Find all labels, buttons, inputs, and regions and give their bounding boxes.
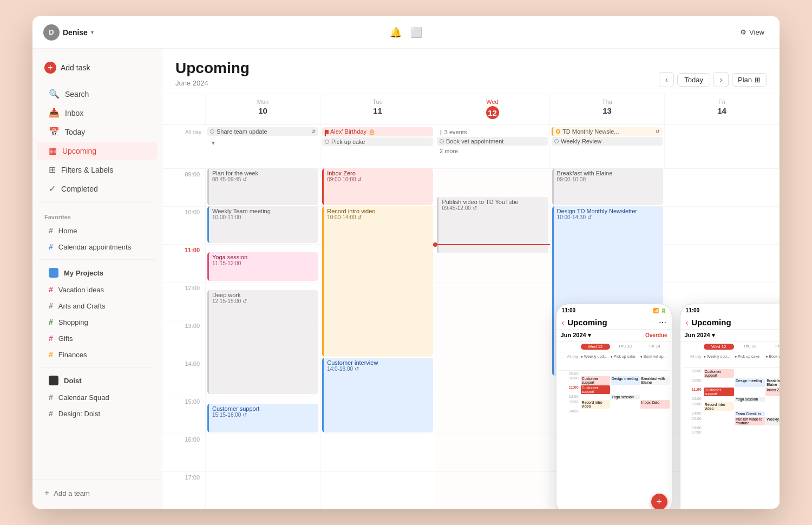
red-dot-icon: ▎ <box>325 130 329 134</box>
day-header-spacer <box>162 94 206 124</box>
completed-icon: ✓ <box>49 183 56 194</box>
mobile-screen-2: 11:00 📶 🔋 ‹ Upcoming ⋯ Jun 2024 ▾ <box>680 304 780 509</box>
sidebar-item-calendar-appointments[interactable]: # Calendar appointments <box>37 239 158 254</box>
hash-icon-calendar-appointments: # <box>49 242 53 251</box>
plan-layout-icon: ⊞ <box>755 76 761 84</box>
mobile2-12-label: 12:00 <box>683 397 703 402</box>
app-window: D Denise ▾ 🔔 ⬜ ⚙ View + Add task 🔍 <box>32 16 780 509</box>
customer-interview-event[interactable]: Customer interview 14:0-16:00 ↺ <box>322 358 433 432</box>
today-button[interactable]: Today <box>677 73 710 87</box>
weekly-team-meeting-event[interactable]: Weekly Team meeting 10:00-11:00 <box>207 206 318 243</box>
mon-collapse[interactable]: ▾ <box>207 137 318 149</box>
mobile2-17-thu <box>735 430 765 434</box>
sidebar-item-inbox[interactable]: 📥 Inbox <box>37 104 158 122</box>
sidebar-item-calendar-squad[interactable]: # Calendar Squad <box>37 390 158 405</box>
mobile2-17-fri <box>765 430 780 434</box>
sidebar-item-design-doist[interactable]: # Design: Doist <box>37 406 158 421</box>
sidebar-item-gifts[interactable]: # Gifts <box>37 331 158 346</box>
wed-more-events[interactable]: 2 more <box>437 147 548 155</box>
sidebar-item-completed[interactable]: ✓ Completed <box>37 180 158 198</box>
nav-next-button[interactable]: › <box>713 72 729 87</box>
finances-label: Finances <box>58 351 87 359</box>
publish-video-title: Publish video to TD YouTube <box>442 199 545 205</box>
mobile-month-2[interactable]: Jun 2024 ▾ <box>685 332 715 339</box>
add-task-label: Add task <box>61 63 90 72</box>
mobile-customer-support-11-wed: Customer support <box>581 385 610 394</box>
td-newsletter-title: TD Monthly Newsle... <box>562 128 619 135</box>
add-team-button[interactable]: + Add a team <box>32 484 162 502</box>
mobile-09-fri <box>640 372 670 376</box>
sidebar-item-upcoming[interactable]: ▦ Upcoming <box>37 142 158 160</box>
mobile-more-icon-1[interactable]: ⋯ <box>659 318 666 327</box>
sidebar-item-shopping[interactable]: # Shopping <box>37 314 158 330</box>
alex-birthday-title: Alex' Birthday 🎂 <box>330 128 376 135</box>
sidebar-item-search[interactable]: 🔍 Search <box>37 85 158 103</box>
mobile2-14-fri <box>765 411 780 416</box>
mobile-month-1[interactable]: Jun 2024 ▾ <box>561 332 591 339</box>
td-monthly-newsletter-event[interactable]: TD Monthly Newsle... ↺ <box>552 127 663 136</box>
mobile-back-icon-1[interactable]: ‹ <box>562 318 565 327</box>
hour-16-tue <box>320 434 435 471</box>
mobile-fab-1[interactable]: + <box>651 494 667 509</box>
pick-up-cake-event[interactable]: Pick up cake <box>322 137 433 146</box>
mobile2-14-wed <box>704 411 734 416</box>
mobile-subheader-1: Jun 2024 ▾ Overdue <box>556 330 672 342</box>
user-dropdown-chevron[interactable]: ▾ <box>91 29 94 35</box>
mobile-14-label: 14:00 <box>559 409 580 413</box>
inbox-zero-event[interactable]: Inbox Zero 09:00-10:00 ↺ <box>322 168 433 205</box>
time-13: 13:00 <box>162 320 205 358</box>
alex-birthday-event[interactable]: ▎ Alex' Birthday 🎂 <box>322 127 433 136</box>
weekly-review-allday-event[interactable]: Weekly Review <box>552 137 663 146</box>
notification-icon[interactable]: 🔔 <box>390 27 402 38</box>
book-vet-title: Book vet appointment <box>446 138 503 145</box>
day-col-tue: Inbox Zero 09:00-10:00 ↺ Record intro vi… <box>320 168 435 509</box>
mobile-12-wed <box>581 395 610 399</box>
breakfast-elaine-event[interactable]: Breakfast with Elaine 09:00-10:00 <box>552 168 663 205</box>
sidebar-item-finances[interactable]: # Finances <box>37 347 158 362</box>
mobile2-14-label: 14:00 <box>683 411 703 416</box>
home-label: Home <box>58 227 77 235</box>
weekly-team-time: 10:00-11:00 <box>212 214 315 220</box>
layout-icon[interactable]: ⬜ <box>410 27 422 38</box>
mobile2-allday-text: All day <box>683 355 703 368</box>
sidebar-item-vacation-ideas[interactable]: # Vacation ideas <box>37 282 158 297</box>
mobile2-15-wed <box>704 417 734 425</box>
inbox-zero-time: 09:00-10:00 ↺ <box>327 176 430 182</box>
sidebar-item-home[interactable]: # Home <box>37 223 158 238</box>
hour-09-fri <box>665 168 780 206</box>
nav-prev-button[interactable]: ‹ <box>659 72 674 87</box>
time-17: 17:00 <box>162 471 205 509</box>
customer-support-event[interactable]: Customer support 15:15-16:00 ↺ <box>207 404 318 432</box>
day-col-mon: Plan for the week 08:45-09:45 ↺ Weekly T… <box>206 168 320 509</box>
day-num-10: 10 <box>208 106 318 115</box>
share-team-update-title: Share team update <box>217 128 267 135</box>
sidebar-item-today[interactable]: 📅 Today <box>37 123 158 141</box>
mobile2-16-fri <box>765 426 780 430</box>
mobile-10-label: 10:00 <box>559 376 580 385</box>
deep-work-event[interactable]: Deep work 12:15-15:00 ↺ <box>207 290 318 394</box>
share-team-update-event[interactable]: Share team update ↺ <box>207 127 318 136</box>
add-task-button[interactable]: + Add task <box>39 57 155 78</box>
plan-week-event[interactable]: Plan for the week 08:45-09:45 ↺ <box>207 168 318 205</box>
yoga-session-event[interactable]: Yoga session 11:15-12:00 <box>207 252 318 281</box>
mobile-09-thu <box>611 372 640 376</box>
mobile-wed-allday: ● Weekly upd... <box>581 355 610 370</box>
mobile2-design-10-thu: Design meeting <box>735 378 765 387</box>
plan-button[interactable]: Plan ⊞ <box>732 73 767 87</box>
day-header-thu13: Thu 13 <box>550 94 665 124</box>
mobile-14-thu <box>611 409 640 413</box>
mobile-back-icon-2[interactable]: ‹ <box>686 318 689 327</box>
calendar-grid-wrapper: 09:00 10:00 11:00 12:00 13:00 14:00 15:0… <box>162 168 780 509</box>
mobile2-16-wed <box>704 426 734 430</box>
mobile2-13-label: 13:00 <box>683 402 703 411</box>
book-vet-event[interactable]: Book vet appointment <box>437 137 548 146</box>
record-intro-event[interactable]: Record intro video 10:00-14:00 ↺ <box>322 206 433 357</box>
sidebar-item-filters[interactable]: ⊞ Filters & Labels <box>37 161 158 179</box>
sidebar-item-arts-crafts[interactable]: # Arts and Crafts <box>37 298 158 313</box>
circle-vet-icon <box>440 139 444 143</box>
mobile-allday-col <box>559 344 580 350</box>
view-button[interactable]: ⚙ View <box>736 26 769 38</box>
three-events-label[interactable]: ||| 3 events <box>437 127 548 137</box>
day-name-fri: Fri <box>667 99 777 105</box>
doist-label: Doist <box>64 377 82 385</box>
